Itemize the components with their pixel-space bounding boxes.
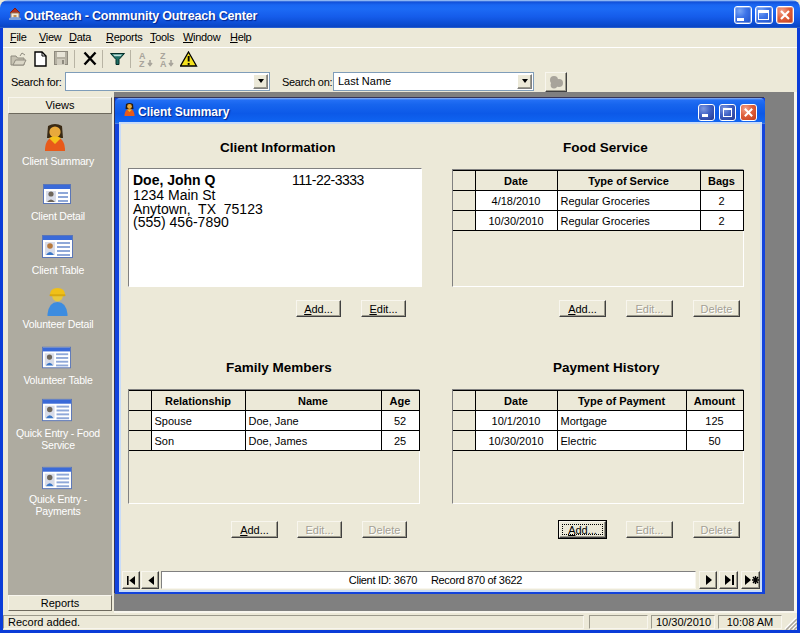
svg-text:Z: Z xyxy=(139,59,145,68)
svg-text:A: A xyxy=(160,59,167,68)
